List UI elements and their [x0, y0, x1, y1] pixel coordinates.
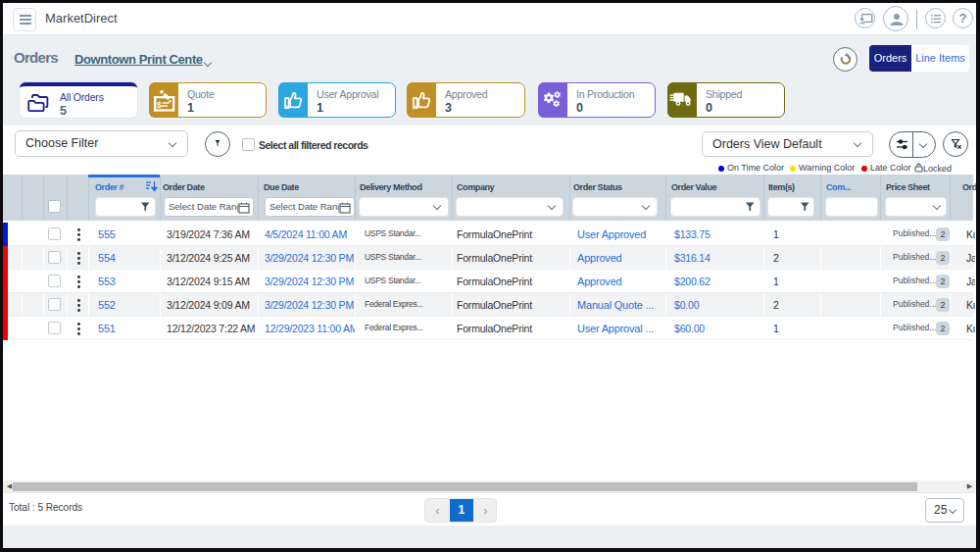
- svg-text:$: $: [157, 100, 162, 110]
